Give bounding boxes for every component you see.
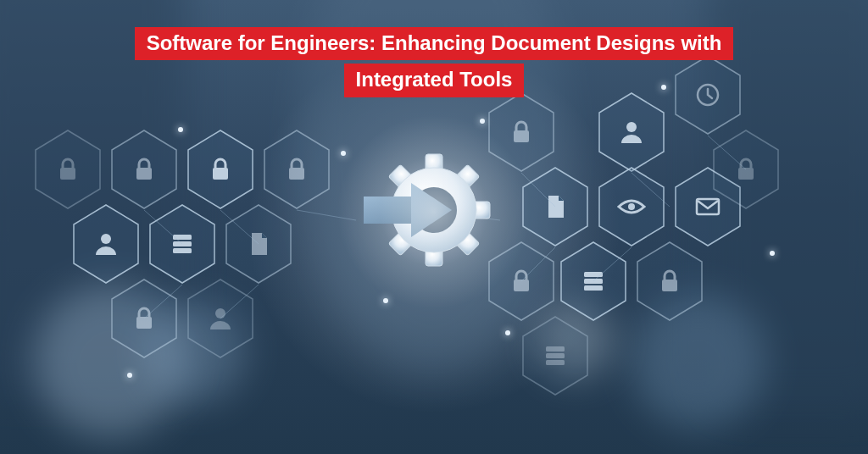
- svg-line-7: [593, 247, 632, 281]
- svg-line-8: [632, 173, 670, 207]
- network-node-dot: [770, 251, 775, 256]
- svg-line-2: [220, 210, 259, 244]
- hero-title-line-2: Integrated Tools: [344, 64, 525, 97]
- network-node-dot: [127, 373, 132, 378]
- network-node-dot: [505, 330, 510, 335]
- hero-image: Software for Engineers: Enhancing Docume…: [0, 0, 868, 454]
- hero-title-line-1: Software for Engineers: Enhancing Docume…: [135, 27, 734, 60]
- network-node-dot: [178, 127, 183, 132]
- gear-arrow-icon: [362, 138, 506, 285]
- svg-line-1: [144, 285, 182, 318]
- hero-title: Software for Engineers: Enhancing Docume…: [0, 27, 868, 97]
- svg-line-3: [220, 285, 259, 318]
- svg-line-0: [144, 210, 182, 244]
- svg-line-9: [708, 136, 746, 169]
